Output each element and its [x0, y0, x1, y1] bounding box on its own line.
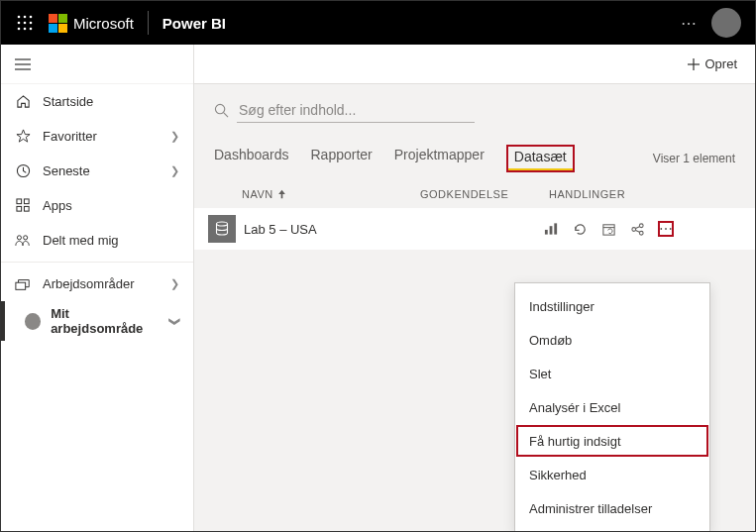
create-label: Opret — [704, 56, 737, 71]
create-report-icon[interactable] — [543, 221, 559, 237]
sidebar-item-workspaces[interactable]: Arbejdsområder ❯ — [1, 266, 193, 301]
home-icon — [15, 94, 31, 109]
sidebar: Startside Favoritter ❯ Seneste ❯ Apps De… — [1, 45, 194, 532]
svg-point-2 — [30, 16, 33, 19]
apps-icon — [15, 198, 31, 213]
sidebar-item-home[interactable]: Startside — [1, 84, 193, 119]
svg-point-8 — [30, 28, 33, 31]
menu-quick-insights[interactable]: Få hurtig indsigt — [515, 424, 709, 458]
sidebar-item-label: Favoritter — [43, 129, 97, 144]
menu-security[interactable]: Sikkerhed — [515, 458, 709, 491]
svg-point-0 — [18, 16, 21, 19]
user-avatar[interactable] — [711, 8, 741, 38]
menu-manage-permissions[interactable]: Administrer tilladelser — [515, 491, 709, 525]
svg-point-24 — [217, 222, 228, 226]
brand-text: Microsoft — [73, 15, 134, 32]
global-header: Microsoft Power BI ⋯ — [1, 1, 755, 45]
column-header-actions: HANDLINGER — [549, 188, 717, 200]
sidebar-item-shared[interactable]: Delt med mig — [1, 223, 193, 258]
sort-asc-icon — [277, 189, 286, 199]
nav-toggle-button[interactable] — [1, 45, 193, 84]
menu-delete[interactable]: Slet — [515, 357, 709, 390]
menu-settings[interactable]: Indstillinger — [515, 289, 709, 323]
clock-icon — [15, 163, 31, 178]
microsoft-logo: Microsoft — [49, 14, 134, 33]
svg-point-32 — [639, 231, 643, 235]
context-menu: Indstillinger Omdøb Slet Analysér i Exce… — [514, 282, 710, 532]
svg-point-30 — [631, 227, 635, 231]
dataset-name: Lab 5 – USA — [244, 222, 414, 237]
svg-point-3 — [18, 22, 21, 25]
column-header-approval[interactable]: GODKENDELSE — [420, 188, 549, 200]
svg-point-22 — [215, 104, 224, 113]
dataset-icon — [208, 215, 236, 243]
svg-rect-25 — [544, 230, 547, 235]
refresh-icon[interactable] — [572, 221, 588, 237]
item-count-text: Viser 1 element — [653, 152, 735, 165]
svg-line-34 — [635, 230, 639, 232]
workspace-toolbar: Opret — [194, 45, 755, 84]
search-icon — [214, 103, 229, 118]
schedule-refresh-icon[interactable] — [600, 221, 616, 237]
svg-rect-13 — [16, 199, 21, 204]
menu-analyze-excel[interactable]: Analysér i Excel — [515, 390, 709, 424]
svg-line-23 — [224, 113, 228, 117]
tab-workbooks[interactable]: Projektmapper — [394, 147, 485, 170]
svg-point-18 — [24, 236, 28, 240]
tab-datasets[interactable]: Datasæt — [506, 145, 575, 172]
svg-rect-26 — [549, 226, 552, 234]
active-indicator — [1, 301, 5, 341]
svg-rect-15 — [16, 206, 21, 211]
chevron-right-icon: ❯ — [170, 277, 179, 290]
svg-point-6 — [18, 28, 21, 31]
star-icon — [15, 129, 31, 144]
chevron-right-icon: ❯ — [170, 130, 179, 143]
workspace-avatar-icon — [25, 313, 41, 330]
tab-bar: Dashboards Rapporter Projektmapper Datas… — [194, 129, 755, 172]
svg-line-33 — [635, 226, 639, 228]
sidebar-item-label: Arbejdsområder — [43, 276, 135, 291]
app-launcher-icon[interactable] — [9, 7, 41, 39]
tab-dashboards[interactable]: Dashboards — [214, 147, 289, 170]
grid-header: NAVN GODKENDELSE HANDLINGER — [194, 172, 755, 208]
svg-rect-16 — [24, 206, 29, 211]
sidebar-item-favorites[interactable]: Favoritter ❯ — [1, 119, 193, 154]
create-button[interactable]: Opret — [688, 56, 737, 71]
svg-rect-19 — [16, 282, 26, 289]
sidebar-item-label: Apps — [43, 198, 72, 213]
share-icon[interactable] — [629, 221, 645, 237]
sidebar-item-label: Startside — [43, 94, 93, 109]
svg-point-17 — [17, 236, 21, 240]
dataset-actions: ⋯ — [543, 221, 674, 237]
chevron-down-icon: ❯ — [168, 317, 181, 326]
main-content: Opret Dashboards Rapporter Projektmapper… — [194, 45, 755, 532]
plus-icon — [688, 58, 700, 70]
workspaces-icon — [15, 277, 31, 291]
svg-point-4 — [24, 22, 27, 25]
dataset-row[interactable]: Lab 5 – USA ⋯ — [194, 208, 755, 250]
svg-point-1 — [24, 16, 27, 19]
column-header-name[interactable]: NAVN — [242, 188, 273, 200]
svg-rect-27 — [554, 223, 557, 234]
menu-rename[interactable]: Omdøb — [515, 323, 709, 357]
sidebar-separator — [1, 262, 193, 263]
sidebar-item-apps[interactable]: Apps — [1, 188, 193, 223]
more-actions-button[interactable]: ⋯ — [658, 221, 674, 237]
sidebar-item-label: Delt med mig — [43, 233, 119, 248]
tab-reports[interactable]: Rapporter — [311, 147, 373, 170]
sidebar-current-workspace[interactable]: Mit arbejdsområde ❯ — [1, 301, 193, 341]
microsoft-logo-icon — [49, 14, 67, 33]
header-more-icon[interactable]: ⋯ — [681, 14, 698, 33]
svg-point-5 — [30, 22, 33, 25]
sidebar-item-recent[interactable]: Seneste ❯ — [1, 154, 193, 188]
svg-rect-14 — [24, 199, 29, 204]
shared-icon — [15, 233, 31, 248]
workspace-name: Mit arbejdsområde — [51, 306, 161, 336]
product-name: Power BI — [162, 15, 226, 32]
chevron-right-icon: ❯ — [170, 164, 179, 177]
svg-point-7 — [24, 28, 27, 31]
svg-point-31 — [639, 223, 643, 227]
search-input[interactable] — [237, 98, 475, 123]
header-divider — [148, 11, 149, 35]
search-bar — [194, 84, 755, 129]
